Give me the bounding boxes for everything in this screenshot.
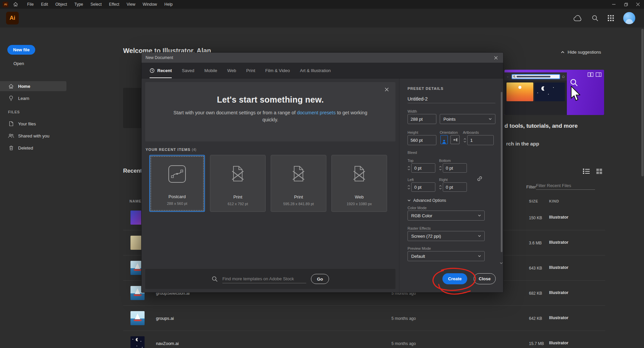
sidebar-item-label: Deleted	[18, 146, 33, 151]
illustrator-window: Ai File Edit Object Type Select Effect V…	[0, 0, 644, 348]
menu-view[interactable]: View	[123, 0, 139, 9]
bleed-right-input[interactable]	[443, 182, 467, 192]
tab-art-illustration[interactable]: Art & Illustration	[300, 63, 331, 78]
file-kind: Illustrator	[549, 315, 569, 320]
home-icon[interactable]	[13, 2, 18, 7]
tab-film-video[interactable]: Film & Video	[265, 63, 290, 78]
stepper-arrows[interactable]	[439, 166, 442, 170]
preview-mode-select[interactable]: Default	[408, 251, 485, 261]
chevron-down-icon	[478, 255, 481, 257]
close-button[interactable]: Close	[474, 273, 496, 284]
preset-card-web[interactable]: Web 1920 x 1080 px	[331, 155, 387, 212]
go-button[interactable]: Go	[311, 274, 329, 284]
menu-file[interactable]: File	[23, 0, 37, 9]
stepper-arrows[interactable]	[408, 185, 410, 189]
stepper-arrows[interactable]	[464, 138, 466, 142]
mouse-cursor	[570, 86, 582, 102]
bleed-top-input[interactable]	[411, 163, 435, 173]
close-window-icon[interactable]	[632, 0, 644, 9]
preset-card-print-a4[interactable]: Print 595.28 x 841.89 pt	[271, 155, 326, 212]
sidebar-item-shared[interactable]: Shared with you	[0, 131, 66, 141]
bleed-right-label: Right	[439, 178, 448, 182]
tab-mobile[interactable]: Mobile	[204, 63, 217, 78]
lightbulb-icon	[8, 96, 14, 101]
hide-suggestions-button[interactable]: Hide suggestions	[561, 50, 601, 55]
column-header-kind[interactable]: KIND	[549, 199, 559, 203]
artboards-input[interactable]	[467, 135, 494, 145]
new-file-button[interactable]: New file	[7, 45, 35, 55]
stepper-arrows[interactable]	[408, 166, 410, 170]
preset-card-dims: 612 x 792 pt	[210, 202, 265, 206]
tab-web[interactable]: Web	[227, 63, 236, 78]
sidebar-item-your-files[interactable]: Your files	[0, 119, 66, 129]
menu-effect[interactable]: Effect	[105, 0, 123, 9]
units-select[interactable]: Points	[440, 114, 495, 124]
width-input[interactable]	[408, 114, 436, 124]
menu-select[interactable]: Select	[87, 0, 105, 9]
menu-window[interactable]: Window	[139, 0, 161, 9]
panel-scrollbar[interactable]	[501, 92, 502, 252]
document-icon	[8, 121, 14, 126]
column-header-size[interactable]: SIZE	[529, 199, 538, 203]
page-scrollbar[interactable]	[641, 29, 644, 176]
color-mode-label: Color Mode	[408, 206, 427, 210]
height-input[interactable]	[408, 135, 436, 145]
dialog-close-icon[interactable]	[493, 55, 499, 61]
advanced-options-toggle[interactable]: Advanced Options	[408, 198, 446, 203]
avatar[interactable]	[623, 12, 635, 24]
stock-search-bar: Go	[145, 269, 395, 289]
tab-print[interactable]: Print	[246, 63, 255, 78]
restore-icon[interactable]	[620, 0, 632, 9]
preset-card-name: Print	[271, 194, 326, 199]
filter-input[interactable]	[536, 182, 595, 190]
create-button[interactable]: Create	[442, 273, 467, 284]
grid-view-icon[interactable]	[596, 169, 602, 174]
minimize-icon[interactable]	[608, 0, 620, 9]
preset-card-print-letter[interactable]: Print 612 x 792 pt	[210, 155, 266, 212]
table-row[interactable]: groups.ai 5 months ago 642 KB Illustrato…	[123, 306, 605, 331]
orientation-portrait-button[interactable]	[440, 135, 448, 144]
tab-label: Art & Illustration	[300, 68, 331, 73]
open-button[interactable]: Open	[13, 61, 24, 66]
home-icon	[8, 84, 14, 89]
list-view-icon[interactable]	[583, 169, 590, 174]
hero-panel: Let's start something new. Start with yo…	[145, 82, 395, 141]
document-presets-link[interactable]: document presets	[297, 110, 335, 115]
suggestions-banner[interactable]: ←	[504, 70, 604, 115]
raster-effects-select[interactable]: Screen (72 ppi)	[408, 231, 485, 241]
document-name-input[interactable]	[408, 95, 495, 103]
scrollbar-down-icon[interactable]	[500, 262, 503, 264]
filter-label: Filter	[526, 184, 536, 189]
preset-details-heading: PRESET DETAILS	[408, 86, 443, 91]
file-kind: Illustrator	[549, 215, 569, 220]
bleed-left-input[interactable]	[411, 182, 435, 192]
tab-recent[interactable]: Recent	[150, 63, 172, 78]
orientation-landscape-button[interactable]	[450, 135, 460, 144]
sidebar-item-learn[interactable]: Learn	[0, 93, 66, 103]
tab-saved[interactable]: Saved	[182, 63, 194, 78]
hero-close-icon[interactable]	[383, 86, 390, 93]
menu-help[interactable]: Help	[161, 0, 176, 9]
color-mode-select[interactable]: RGB Color	[408, 211, 485, 221]
stock-search-input[interactable]	[222, 275, 306, 283]
bleed-bottom-field	[439, 163, 467, 173]
search-icon	[212, 276, 218, 282]
preset-card-postcard[interactable]: Postcard 288 x 560 pt	[149, 155, 205, 212]
bleed-link-icon[interactable]	[475, 174, 485, 184]
bleed-bottom-input[interactable]	[443, 163, 467, 173]
tab-label: Web	[227, 68, 236, 73]
search-icon[interactable]	[592, 15, 598, 21]
cloud-icon[interactable]	[573, 15, 582, 21]
apps-grid-icon[interactable]	[608, 15, 614, 21]
menu-edit[interactable]: Edit	[37, 0, 52, 9]
menu-object[interactable]: Object	[52, 0, 71, 9]
sidebar-item-deleted[interactable]: Deleted	[0, 143, 66, 153]
sidebar-item-label: Learn	[18, 96, 29, 101]
mini-app-screenshot: ←	[504, 72, 567, 115]
column-header-name[interactable]: NAME	[129, 199, 142, 203]
stepper-arrows[interactable]	[439, 185, 442, 189]
sidebar-item-home[interactable]: Home	[0, 81, 66, 91]
table-row[interactable]: navZoom.ai 5 months ago 15.7 MB Illustra…	[123, 331, 605, 348]
menu-type[interactable]: Type	[71, 0, 87, 9]
tab-label: Print	[246, 68, 255, 73]
